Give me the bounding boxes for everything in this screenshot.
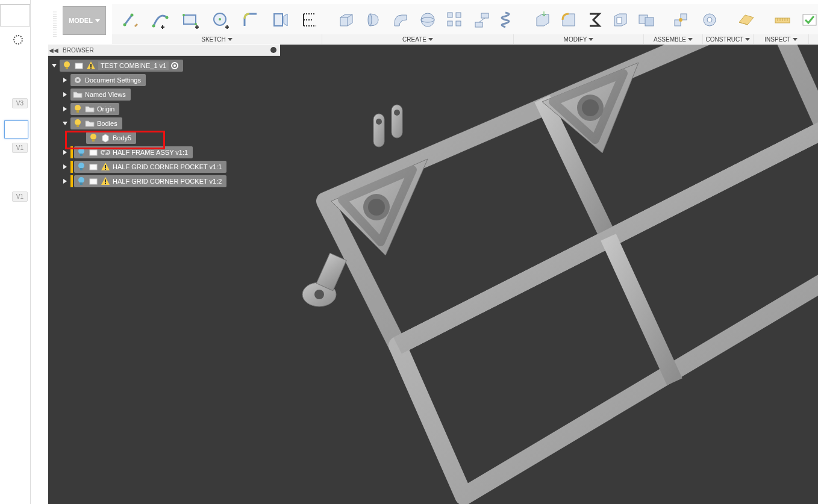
expand-toggle-icon[interactable] [62,120,68,126]
expand-toggle-icon[interactable] [62,164,68,170]
tree-item-origin[interactable]: Origin [62,102,226,116]
tree-item-document-settings[interactable]: Document Settings [62,73,226,87]
sketch-line-tool[interactable] [117,7,144,33]
link-icon [101,148,110,157]
create-pattern-tool[interactable] [443,7,467,33]
expand-toggle-icon[interactable] [62,92,68,98]
create-loft-tool[interactable] [470,7,494,33]
assemble-joint-tool[interactable] [668,7,693,33]
tree-item-component-1[interactable]: HALF FRAME ASSY v1:1 [62,146,226,159]
item-label: HALF GRID CORNER POCKET v1:1 [113,163,222,170]
tree-item-named-views[interactable]: Named Views [62,88,226,101]
svg-point-57 [314,290,324,299]
group-label-create[interactable]: CREATE [322,34,514,44]
svg-point-12 [219,18,221,20]
folder-icon [85,104,95,114]
item-label: HALF FRAME ASSY v1:1 [113,149,188,156]
assemble-contact-tool[interactable] [697,7,722,33]
sketch-fillet-tool[interactable] [237,7,264,33]
svg-rect-61 [75,63,83,69]
tree-item-bodies[interactable]: Bodies [62,117,226,130]
svg-point-8 [195,23,197,25]
item-label: Document Settings [85,76,141,84]
activate-radio-icon[interactable] [171,62,178,69]
group-label-sketch[interactable]: SKETCH [112,34,322,44]
group-label-construct[interactable]: CONSTRUCT [703,34,754,44]
svg-rect-63 [90,67,92,69]
gear-icon [73,75,83,85]
gear-icon[interactable] [13,35,23,45]
sketch-rectangle-tool[interactable] [177,7,204,33]
group-label-inspect[interactable]: INSPECT [754,34,809,44]
svg-rect-71 [92,139,95,142]
inspect-measure-tool[interactable] [770,7,794,33]
warning-icon [101,176,110,186]
browser-panel-header[interactable]: ◀◀ BROWSER [48,45,280,56]
tree-item-component-3[interactable]: HALF GRID CORNER POCKET v1:2 [62,175,226,188]
svg-rect-26 [456,21,461,26]
expand-toggle-icon[interactable] [62,106,68,112]
construct-plane-tool[interactable] [733,7,760,33]
svg-rect-27 [475,22,482,27]
item-label: Named Views [85,91,126,98]
version-badge: V1 [12,143,28,153]
modify-pressppull-tool[interactable] [532,7,554,33]
svg-line-29 [479,18,485,22]
accent-bar [70,175,73,187]
expand-toggle-icon[interactable] [62,178,68,184]
sketch-circle-tool[interactable] [207,7,234,33]
group-label-assemble[interactable]: ASSEMBLE [644,34,703,44]
toolbar-group-labels: SKETCH CREATE MODIFY ASSEMBLE CONSTRUCT … [112,34,818,44]
sketch-arc-tool[interactable] [148,7,174,33]
browser-tree: TEST COMBINE_1 v1 Document Settings Name… [51,59,226,189]
lightbulb-icon [89,133,98,143]
folder-icon [85,119,95,128]
tree-root-row[interactable]: TEST COMBINE_1 v1 [51,59,226,72]
lightbulb-icon [76,162,86,172]
panel-fragment [0,4,30,26]
expand-toggle-icon[interactable] [62,77,68,83]
sketch-dimension-tool[interactable] [297,7,323,33]
create-extrude-tool[interactable] [334,7,358,33]
create-coil-tool[interactable] [498,7,521,33]
inspect-check-tool[interactable] [798,7,818,33]
item-label: Origin [97,105,114,113]
warning-icon [101,162,110,172]
collapse-browser-icon[interactable]: ◀◀ [48,45,59,55]
workspace-dropdown[interactable]: MODEL [63,6,106,35]
svg-rect-78 [105,165,106,168]
svg-rect-82 [90,179,97,184]
svg-point-20 [368,14,372,26]
toolbar-group-assemble [663,4,728,36]
group-label-modify[interactable]: MODIFY [514,34,644,44]
create-revolve-tool[interactable] [361,7,385,33]
chevron-down-icon [95,19,100,22]
item-label: Body5 [113,134,131,142]
expand-toggle-icon[interactable] [62,149,68,155]
grip-handle[interactable] [53,11,57,37]
selected-thumbnail[interactable] [4,120,28,138]
svg-point-65 [76,79,79,81]
sketch-trim-tool[interactable] [267,7,294,33]
modify-combine-tool[interactable] [635,7,657,33]
item-label: Bodies [97,120,117,127]
component-icon [89,162,98,172]
toolbar-group-inspect [765,4,818,36]
left-panel-fragment: V3 V1 V1 [0,0,31,504]
lightbulb-icon [76,176,86,186]
modify-sigma-tool[interactable] [584,7,606,33]
svg-rect-43 [803,14,816,25]
browser-options-icon[interactable] [270,47,276,53]
svg-point-59 [64,61,70,67]
tree-item-body5[interactable]: Body5 [86,131,226,145]
expand-toggle-icon[interactable] [51,63,57,69]
svg-rect-23 [448,13,452,17]
modify-shell-tool[interactable] [609,7,631,33]
svg-rect-67 [76,110,79,113]
create-sweep-tool[interactable] [389,7,412,33]
svg-rect-58 [316,253,346,290]
create-sphere-tool[interactable] [416,7,439,33]
item-label: HALF GRID CORNER POCKET v1:2 [113,178,222,185]
tree-item-component-2[interactable]: HALF GRID CORNER POCKET v1:1 [62,160,226,173]
modify-fillet-tool[interactable] [558,7,580,33]
